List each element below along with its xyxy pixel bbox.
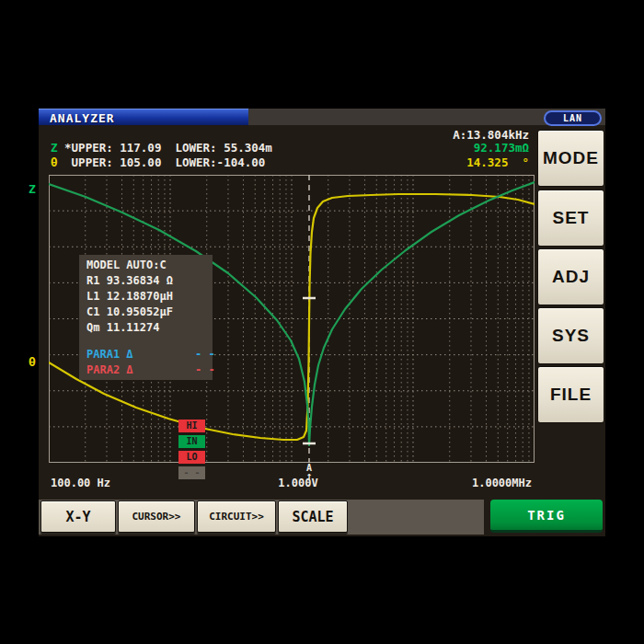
para1-row: PARA1 Δ- - [86,348,133,363]
z-limits-row: Z *UPPER: 117.09 LOWER: 55.304m [51,141,272,155]
analyzer-screen: ANALYZER LAN A:13.804kHz Z *UPPER: 117.0… [39,109,605,536]
sweep-end-frequency: 1.0000MHz [407,477,532,489]
mode-button[interactable]: MODE [537,130,604,187]
measurement-readout: A:13.804kHz Z *UPPER: 117.09 LOWER: 55.3… [39,125,605,175]
model-row-qm: Qm 11.11274 [86,321,213,337]
sys-button[interactable]: SYS [537,307,604,364]
status-badge-lo: LO [178,451,205,464]
file-button[interactable]: FILE [537,366,604,423]
theta-axis-label: θ [29,355,36,369]
status-badge-none: - - [178,466,205,479]
model-title: MODEL AUTO:C [86,259,213,274]
bottom-softkey-band: X-Y CURSOR>> CIRCUIT>> SCALE [39,500,484,535]
sweep-start-frequency: 100.00 Hz [51,477,110,489]
lan-button[interactable]: LAN [544,110,602,126]
app-title: ANALYZER [50,111,115,125]
model-row-c1: C1 10.95052μF [86,305,213,321]
xy-button[interactable]: X-Y [40,500,116,533]
status-badge-in: IN [178,435,205,448]
z-axis-label: Z [29,182,36,196]
cursor-button[interactable]: CURSOR>> [118,500,195,533]
status-badge-hi: HI [178,420,205,432]
cursor-frequency: A:13.804kHz [361,128,529,142]
z-param-label: Z [51,141,58,155]
signal-level: 1.000V [252,477,344,489]
theta-param-label: θ [51,155,58,169]
circuit-button[interactable]: CIRCUIT>> [197,500,276,533]
set-button[interactable]: SET [537,190,604,247]
z-cursor-value: 92.173mΩ [361,141,529,155]
instrument-bezel: ANALYZER LAN A:13.804kHz Z *UPPER: 117.0… [0,0,644,644]
theta-cursor-value: 14.325 ° [361,155,529,169]
trig-button[interactable]: TRIG [490,500,603,533]
theta-limits-row: θ UPPER: 105.00 LOWER:-104.00 [51,155,265,169]
theta-limits-text: UPPER: 105.00 LOWER:-104.00 [58,155,266,169]
para2-row: PARA2 Δ- - [86,363,133,379]
model-row-r1: R1 93.36834 Ω [86,274,213,290]
x-axis-labels: 100.00 Hz 1.000V 1.0000MHz [39,477,605,490]
title-bar: ANALYZER [39,109,248,125]
z-limits-text: *UPPER: 117.09 LOWER: 55.304m [58,141,272,155]
model-row-l1: L1 12.18870μH [86,290,213,305]
top-strip: ANALYZER LAN [39,109,605,125]
scale-button[interactable]: SCALE [278,500,348,533]
equivalent-circuit-model-box: MODEL AUTO:C R1 93.36834 Ω L1 12.18870μH… [79,255,213,380]
adj-button[interactable]: ADJ [537,248,604,305]
